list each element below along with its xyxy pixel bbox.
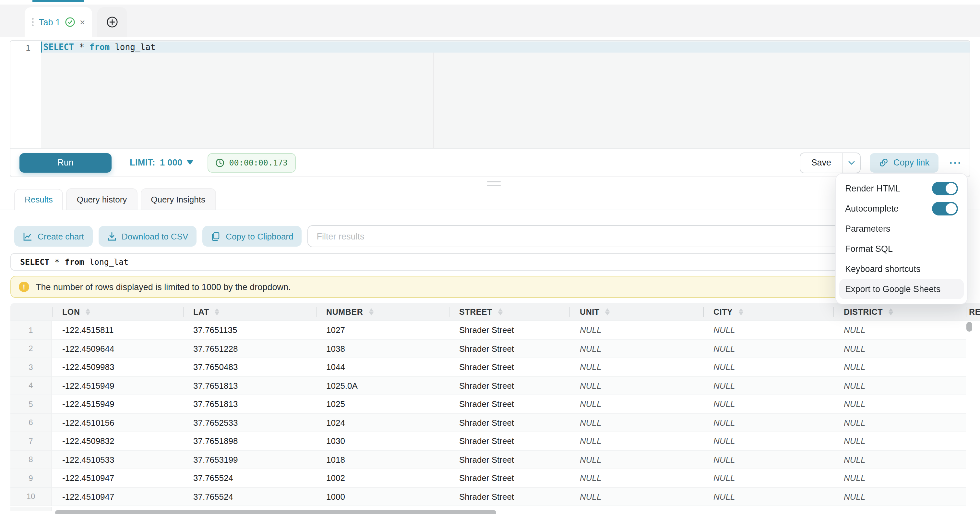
column-header-district[interactable]: DISTRICT xyxy=(834,303,966,321)
sort-icon[interactable] xyxy=(738,308,743,315)
sort-icon[interactable] xyxy=(215,308,220,315)
table-cell[interactable]: NULL xyxy=(570,506,703,511)
table-cell[interactable]: Shrader Street xyxy=(449,395,570,413)
more-options-button[interactable]: ⋯ xyxy=(949,156,962,169)
table-row[interactable]: 2-122.450964437.76512281038Shrader Stree… xyxy=(10,340,966,358)
table-cell[interactable]: -122.4509832 xyxy=(52,432,183,450)
column-header-lon[interactable]: LON xyxy=(52,303,183,321)
table-cell[interactable]: 1027 xyxy=(316,321,449,339)
table-cell[interactable]: 37.7651813 xyxy=(183,395,316,413)
column-header-street[interactable]: STREET xyxy=(449,303,570,321)
table-cell[interactable]: -122.4510947 xyxy=(52,488,183,506)
table-cell[interactable]: Shrader Street xyxy=(449,358,570,376)
tab-results[interactable]: Results xyxy=(14,189,63,210)
table-cell[interactable]: NULL xyxy=(570,395,703,413)
column-header-number[interactable]: NUMBER xyxy=(316,303,449,321)
sql-editor[interactable]: 1 SELECT * from long_lat xyxy=(10,41,970,148)
create-chart-button[interactable]: Create chart xyxy=(14,226,92,247)
panel-resize-handle[interactable] xyxy=(487,181,501,189)
table-row[interactable]: 9-122.451094737.7655241002Shrader Street… xyxy=(10,469,966,488)
close-tab-icon[interactable]: × xyxy=(80,18,85,27)
table-cell[interactable]: Shrader Street xyxy=(449,469,570,487)
table-cell[interactable]: NULL xyxy=(703,506,834,511)
table-cell[interactable]: 37.765524 xyxy=(183,488,316,506)
column-header-lat[interactable]: LAT xyxy=(183,303,316,321)
table-cell[interactable]: NULL xyxy=(703,321,834,339)
table-cell[interactable]: NULL xyxy=(834,432,966,450)
menu-item-autocomplete[interactable]: Autocomplete xyxy=(839,199,964,219)
table-cell[interactable]: NULL xyxy=(834,377,966,394)
table-cell[interactable]: NULL xyxy=(834,469,966,487)
table-cell[interactable]: NULL xyxy=(834,414,966,432)
new-tab-button[interactable] xyxy=(97,7,127,37)
table-cell[interactable]: NULL xyxy=(703,395,834,413)
copy-link-button[interactable]: Copy link xyxy=(870,153,939,172)
table-cell[interactable]: NULL xyxy=(703,451,834,469)
limit-dropdown[interactable]: LIMIT: 1 000 xyxy=(130,158,194,168)
table-cell[interactable]: NULL xyxy=(703,358,834,376)
tab-query-history[interactable]: Query history xyxy=(67,188,137,210)
table-row[interactable]: 6-122.451015637.76525331024Shrader Stree… xyxy=(10,414,966,432)
table-cell[interactable]: 1000 xyxy=(316,488,449,506)
table-cell[interactable]: 37.7651135 xyxy=(183,321,316,339)
table-row[interactable]: 8-122.451053337.76531991018Shrader Stree… xyxy=(10,451,966,469)
table-row[interactable]: 10-122.451094737.7655241000Shrader Stree… xyxy=(10,488,966,506)
editor-code-area[interactable]: SELECT * from long_lat xyxy=(41,41,970,148)
table-cell[interactable]: NULL xyxy=(834,488,966,506)
table-cell[interactable]: NULL xyxy=(570,340,703,358)
table-cell[interactable]: NULL xyxy=(834,395,966,413)
table-cell[interactable]: NULL xyxy=(570,488,703,506)
table-cell[interactable]: 37.765524 xyxy=(183,469,316,487)
table-cell[interactable]: 37.7653199 xyxy=(183,451,316,469)
table-cell[interactable]: Shrader Street xyxy=(449,340,570,358)
table-cell[interactable]: 1044 xyxy=(316,358,449,376)
save-button[interactable]: Save xyxy=(800,153,842,172)
table-cell[interactable]: 1002 xyxy=(316,469,449,487)
table-cell[interactable]: NULL xyxy=(570,377,703,394)
tab-query-insights[interactable]: Query Insights xyxy=(140,188,216,210)
sort-icon[interactable] xyxy=(498,308,503,315)
table-cell[interactable]: -122.4509983 xyxy=(52,358,183,376)
table-cell[interactable]: Shrader Street xyxy=(449,432,570,450)
sort-icon[interactable] xyxy=(86,308,91,315)
table-cell[interactable]: 1038 xyxy=(316,340,449,358)
menu-item-format-sql[interactable]: Format SQL xyxy=(839,239,964,259)
table-cell[interactable]: NULL xyxy=(703,340,834,358)
sort-icon[interactable] xyxy=(889,308,893,315)
table-cell[interactable]: NULL xyxy=(834,358,966,376)
table-cell[interactable]: NULL xyxy=(570,451,703,469)
download-csv-button[interactable]: Download to CSV xyxy=(98,226,197,247)
table-cell[interactable]: 37.7651898 xyxy=(183,432,316,450)
table-row[interactable]: 4-122.451594937.76518131025.0AShrader St… xyxy=(10,377,966,395)
horizontal-scrollbar-thumb[interactable] xyxy=(55,510,496,514)
editor-active-line[interactable]: SELECT * from long_lat xyxy=(41,42,970,53)
save-options-button[interactable] xyxy=(842,153,860,172)
table-cell[interactable]: NULL xyxy=(570,432,703,450)
column-header-unit[interactable]: UNIT xyxy=(570,303,703,321)
copy-clipboard-button[interactable]: Copy to Clipboard xyxy=(202,226,302,247)
table-row[interactable]: 1-122.451581137.76511351027Shrader Stree… xyxy=(10,321,966,340)
menu-item-export-google-sheets[interactable]: Export to Google Sheets xyxy=(839,279,964,299)
table-cell[interactable]: 37.7651813 xyxy=(183,377,316,394)
table-cell[interactable]: NULL xyxy=(703,469,834,487)
table-cell[interactable]: NULL xyxy=(703,414,834,432)
table-cell[interactable]: Shrader Street xyxy=(449,414,570,432)
table-cell[interactable]: -122.4515811 xyxy=(52,321,183,339)
column-header-re[interactable]: RE xyxy=(966,303,980,321)
table-cell[interactable]: Shrader Street xyxy=(449,321,570,339)
table-cell[interactable]: NULL xyxy=(570,414,703,432)
table-cell[interactable]: NULL xyxy=(834,340,966,358)
menu-item-render-html[interactable]: Render HTML xyxy=(839,179,964,199)
run-button[interactable]: Run xyxy=(19,153,111,172)
sort-icon[interactable] xyxy=(369,308,373,315)
table-row[interactable]: 5-122.451594937.76518131025Shrader Stree… xyxy=(10,395,966,414)
table-cell[interactable]: NULL xyxy=(834,451,966,469)
table-cell[interactable]: 1024 xyxy=(316,414,449,432)
table-cell[interactable]: Shrader Street xyxy=(449,377,570,394)
tab-query-1[interactable]: Tab 1 × xyxy=(25,7,92,37)
table-cell[interactable]: -122.4510533 xyxy=(52,451,183,469)
table-cell[interactable]: 1025.0A xyxy=(316,377,449,394)
table-cell[interactable]: -122.4510947 xyxy=(52,469,183,487)
render-html-toggle[interactable] xyxy=(932,182,958,195)
table-row[interactable]: 3-122.450998337.76504831044Shrader Stree… xyxy=(10,358,966,377)
